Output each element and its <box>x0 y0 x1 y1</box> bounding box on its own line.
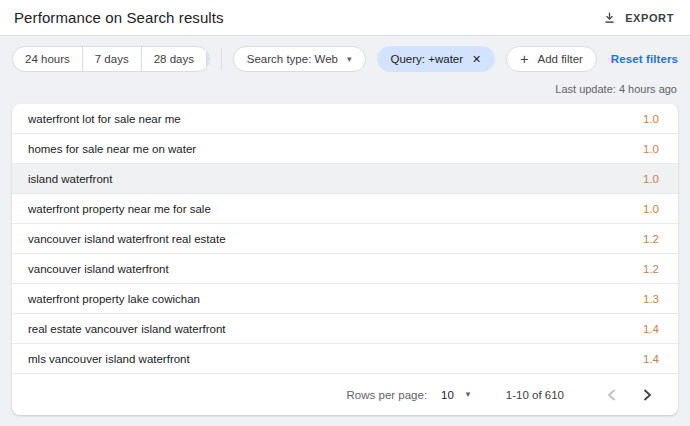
export-label: EXPORT <box>625 12 674 24</box>
table-row-highlighted[interactable]: island waterfront 1.0 <box>12 164 678 194</box>
add-filter-button[interactable]: + Add filter <box>506 46 597 72</box>
query-cell: island waterfront <box>28 173 112 185</box>
download-icon <box>603 11 616 24</box>
queries-table-card: waterfront lot for sale near me 1.0 home… <box>12 104 678 415</box>
table-row[interactable]: waterfront lot for sale near me 1.0 <box>12 104 678 134</box>
date-range-3-months-selected[interactable]: ✓ 3 months <box>207 47 210 71</box>
query-cell: real estate vancouver island waterfront <box>28 323 226 335</box>
export-button[interactable]: EXPORT <box>601 7 676 28</box>
search-type-label: Search type: Web <box>247 53 338 65</box>
table-row[interactable]: waterfront property lake cowichan 1.3 <box>12 284 678 314</box>
table-row[interactable]: vancouver island waterfront real estate … <box>12 224 678 254</box>
date-range-label: 24 hours <box>25 53 70 65</box>
table-row[interactable]: mls vancouver island waterfront 1.4 <box>12 344 678 374</box>
position-cell: 1.0 <box>643 203 659 215</box>
query-cell: waterfront property near me for sale <box>28 203 211 215</box>
table-row[interactable]: homes for sale near me on water 1.0 <box>12 134 678 164</box>
table-row[interactable]: real estate vancouver island waterfront … <box>12 314 678 344</box>
filter-divider <box>221 48 222 70</box>
date-range-label: 28 days <box>154 53 194 65</box>
chevron-down-icon: ▾ <box>347 55 352 64</box>
position-cell: 1.0 <box>643 113 659 125</box>
query-cell: waterfront property lake cowichan <box>28 293 200 305</box>
position-cell: 1.0 <box>643 143 659 155</box>
close-icon[interactable]: ✕ <box>472 53 481 66</box>
page-range-label: 1-10 of 610 <box>506 389 564 401</box>
pagination-footer: Rows per page: 10 ▼ 1-10 of 610 <box>12 374 678 415</box>
date-range-24-hours[interactable]: 24 hours <box>13 47 83 71</box>
filter-bar: 24 hours 7 days 28 days ✓ 3 months More … <box>0 36 690 79</box>
date-range-28-days[interactable]: 28 days <box>142 47 207 71</box>
date-range-segmented-control: 24 hours 7 days 28 days ✓ 3 months More … <box>12 46 210 72</box>
position-cell: 1.3 <box>643 293 659 305</box>
chevron-down-icon: ▼ <box>464 391 472 399</box>
add-filter-label: Add filter <box>537 53 582 65</box>
top-bar: Performance on Search results EXPORT <box>0 0 690 36</box>
page-title: Performance on Search results <box>14 9 224 26</box>
query-cell: vancouver island waterfront <box>28 263 169 275</box>
rows-per-page-value: 10 <box>441 389 454 401</box>
query-cell: mls vancouver island waterfront <box>28 353 190 365</box>
next-page-button[interactable] <box>634 382 660 408</box>
previous-page-button[interactable] <box>598 382 624 408</box>
table-row[interactable]: waterfront property near me for sale 1.0 <box>12 194 678 224</box>
query-cell: waterfront lot for sale near me <box>28 113 181 125</box>
position-cell: 1.2 <box>643 233 659 245</box>
rows-per-page-label: Rows per page: <box>347 389 428 401</box>
position-cell: 1.0 <box>643 173 659 185</box>
position-cell: 1.4 <box>643 323 659 335</box>
date-range-label: 7 days <box>95 53 129 65</box>
rows-per-page-select[interactable]: 10 ▼ <box>441 389 472 401</box>
plus-icon: + <box>520 52 528 66</box>
position-cell: 1.4 <box>643 353 659 365</box>
reset-filters-link[interactable]: Reset filters <box>611 53 678 65</box>
query-cell: vancouver island waterfront real estate <box>28 233 226 245</box>
table-row[interactable]: vancouver island waterfront 1.2 <box>12 254 678 284</box>
date-range-7-days[interactable]: 7 days <box>83 47 142 71</box>
query-cell: homes for sale near me on water <box>28 143 196 155</box>
position-cell: 1.2 <box>643 263 659 275</box>
query-filter-chip[interactable]: Query: +water ✕ <box>377 46 496 72</box>
last-update-text: Last update: 4 hours ago <box>0 79 690 104</box>
query-filter-label: Query: +water <box>391 53 464 65</box>
search-type-filter[interactable]: Search type: Web ▾ <box>233 46 366 72</box>
